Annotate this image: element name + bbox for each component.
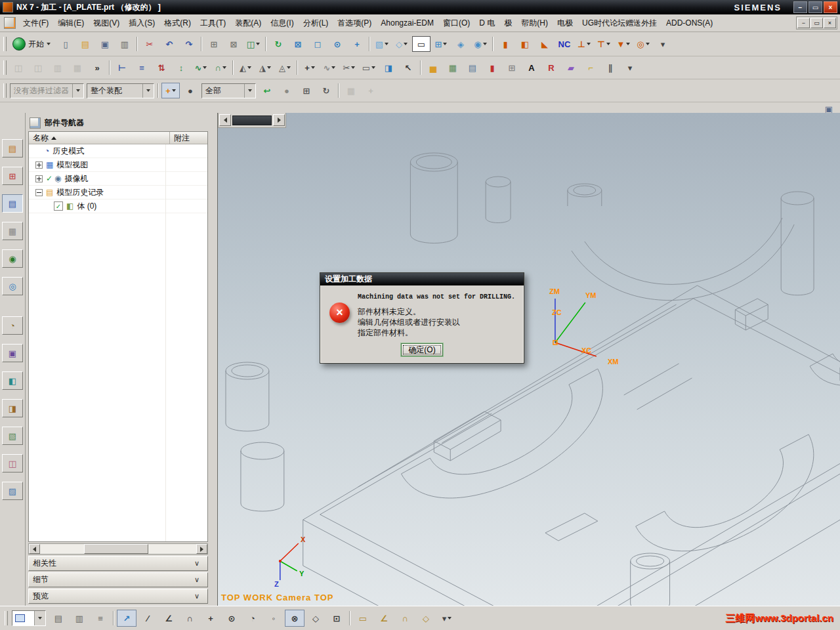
menu-item[interactable]: ADD-ONS(A) (662, 16, 717, 30)
rotate-view-icon[interactable]: ◉ (471, 36, 490, 52)
scroll-right-icon[interactable] (196, 544, 207, 554)
combo-arrow-icon[interactable] (72, 84, 83, 98)
clipboard-icon[interactable]: ▥ (49, 60, 67, 75)
nc-job-icon[interactable]: NC (555, 36, 574, 52)
measure-distance-icon[interactable]: ▭ (353, 610, 373, 627)
rotate-wcs-icon[interactable]: ↻ (317, 83, 335, 98)
measure-parallel-icon[interactable]: ∥ (601, 60, 620, 75)
menu-item[interactable]: 电极 (553, 16, 578, 31)
orient-view-icon[interactable]: ⊞ (432, 36, 450, 52)
menu-item[interactable]: 信息(I) (266, 16, 298, 31)
tab-scroll-left-icon[interactable] (219, 114, 231, 126)
refresh-view-icon[interactable]: ↻ (269, 36, 287, 52)
constraint-navigator-icon[interactable]: ⊞ (2, 167, 23, 185)
snap-control-point-icon[interactable]: ∩ (180, 610, 200, 627)
scroll-left-icon[interactable] (29, 544, 40, 554)
checkbox-checked[interactable]: ✓ (54, 201, 63, 211)
sort-order-icon[interactable]: ⇅ (152, 60, 171, 75)
tree-item-body[interactable]: ✓ ◧ 体 (0) (29, 200, 207, 213)
measure-face-icon[interactable]: ∩ (395, 610, 415, 627)
snap-scope-combo[interactable]: 全部 (201, 83, 256, 98)
box-select-icon[interactable]: ▭ (360, 60, 378, 75)
snap-bounded-grid-icon[interactable]: ⊡ (327, 610, 346, 627)
drill-cycle-icon[interactable]: ▼ (614, 36, 633, 52)
start-menu-button[interactable]: 开始 (9, 36, 54, 52)
scrollbar-track[interactable] (40, 544, 196, 554)
menu-item[interactable]: 插入(S) (124, 16, 159, 31)
snap-arc-center-icon[interactable]: ⊙ (222, 610, 242, 627)
arc-tool-icon[interactable]: ∩ (211, 60, 230, 75)
combo-arrow-icon[interactable] (244, 84, 255, 98)
more-commands-icon[interactable]: » (88, 60, 106, 75)
dialog-title-bar[interactable]: 设置加工数据 (320, 273, 524, 285)
materials-palette-icon[interactable]: ▨ (2, 482, 23, 500)
process-studio-icon[interactable]: ▣ (2, 344, 23, 362)
menu-item[interactable]: 窗口(O) (438, 16, 474, 31)
mdi-restore-button[interactable]: ▭ (810, 18, 823, 28)
combo-arrow-icon[interactable] (34, 611, 45, 625)
system-scenes-icon[interactable]: ▧ (2, 427, 23, 445)
notebook-icon[interactable]: ▤ (463, 60, 482, 75)
snapshot-icon[interactable]: ◈ (452, 36, 470, 52)
layer-category-icon[interactable]: ≡ (91, 610, 110, 627)
paste-transform-icon[interactable]: ⊞ (205, 36, 223, 52)
toolbar-options-2-icon[interactable]: ▾ (621, 60, 639, 75)
operation-group-3-icon[interactable]: ◬ (276, 60, 294, 75)
tree-item-model-views[interactable]: ▦ 模型视图 (29, 158, 207, 172)
chevron-down-icon[interactable]: ∨ (190, 591, 203, 602)
menu-item[interactable]: 工具(T) (196, 16, 230, 31)
reorder-icon[interactable]: ↕ (172, 60, 190, 75)
datum-grid-icon[interactable]: ▦ (342, 83, 360, 98)
menu-item[interactable]: D 电 (474, 16, 499, 31)
move-object-icon[interactable]: ⊠ (224, 36, 243, 52)
ok-button[interactable]: 确定(O) (401, 343, 443, 356)
menu-item[interactable]: Ahongzai-EDM (376, 16, 438, 30)
chevron-down-icon[interactable]: ∨ (190, 558, 203, 569)
wrench-icon[interactable]: ⌐ (581, 60, 600, 75)
expand-icon[interactable] (35, 175, 43, 182)
work-layer-sphere-icon[interactable]: ● (181, 83, 200, 98)
align-lines-icon[interactable]: ≡ (133, 60, 151, 75)
trim-tool-icon[interactable]: ✂ (340, 60, 358, 75)
toolbar-grip[interactable] (3, 37, 7, 51)
selection-scope-combo[interactable]: 整个装配 (87, 83, 154, 98)
tree-item-history-mode[interactable]: ◔ 历史模式 (29, 144, 207, 158)
fit-view-icon[interactable]: ⊠ (289, 36, 307, 52)
minimize-button[interactable]: − (793, 1, 807, 13)
toolbar-grip[interactable] (3, 60, 7, 75)
zoom-window-icon[interactable]: ◻ (308, 36, 327, 52)
part-navigator-icon[interactable]: ▤ (2, 194, 23, 213)
redo-icon[interactable]: ↷ (180, 36, 198, 52)
selection-filter-combo[interactable]: 没有选择过滤器 (10, 83, 84, 98)
web-browser-icon[interactable]: ◎ (2, 277, 23, 295)
operation-group-1-icon[interactable]: ◭ (236, 60, 255, 75)
history-palette-icon[interactable]: ◔ (2, 316, 23, 335)
menu-item[interactable]: 文件(F) (18, 16, 53, 31)
column-header-note[interactable]: 附注 (170, 133, 207, 144)
menu-item[interactable]: 装配(A) (230, 16, 266, 31)
measure-body-icon[interactable]: ◇ (416, 610, 436, 627)
tab-scroll-right-icon[interactable] (273, 114, 285, 126)
cut-icon[interactable]: ✂ (140, 36, 159, 52)
menu-item[interactable]: 格式(R) (159, 16, 196, 31)
menu-item[interactable]: 分析(L) (299, 16, 333, 31)
create-geometry-icon[interactable]: ⊤ (595, 36, 613, 52)
create-operation-icon[interactable]: ⊥ (575, 36, 593, 52)
selection-pointer-icon[interactable]: ↖ (399, 60, 417, 75)
toolbar-grip[interactable] (3, 83, 7, 98)
scrollbar-thumb[interactable] (84, 544, 148, 554)
wireframe-display-icon[interactable]: ◇ (392, 36, 411, 52)
paste-special-icon[interactable]: ◫ (29, 60, 47, 75)
menu-item[interactable]: 首选项(P) (333, 16, 376, 31)
assembly-navigator-icon[interactable]: ▤ (2, 139, 23, 158)
expand-icon[interactable] (35, 161, 43, 169)
text-style-r-icon[interactable]: R (542, 60, 560, 75)
snap-endpoint-icon[interactable]: ∕ (138, 610, 158, 627)
shaded-display-icon[interactable]: ▧ (373, 36, 391, 52)
text-style-a-icon[interactable]: A (522, 60, 541, 75)
zoom-in-out-icon[interactable]: ⊙ (328, 36, 346, 52)
undo-icon[interactable]: ↶ (160, 36, 178, 52)
section-dependencies[interactable]: 相关性 ∨ (28, 556, 208, 571)
layer-settings-icon[interactable]: ▤ (49, 610, 68, 627)
toolbar-grip[interactable] (5, 611, 8, 625)
